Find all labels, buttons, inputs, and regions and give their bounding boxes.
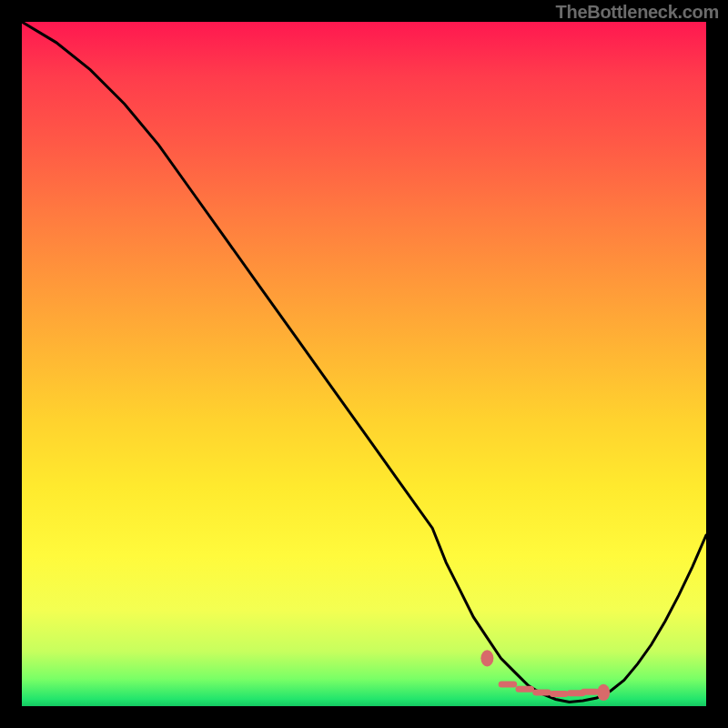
source-label: TheBottleneck.com bbox=[556, 2, 719, 23]
svg-point-0 bbox=[480, 650, 493, 666]
data-curve bbox=[22, 22, 706, 703]
chart-frame: TheBottleneck.com bbox=[0, 0, 728, 728]
plot-area bbox=[22, 22, 706, 706]
curve-layer bbox=[22, 22, 706, 706]
